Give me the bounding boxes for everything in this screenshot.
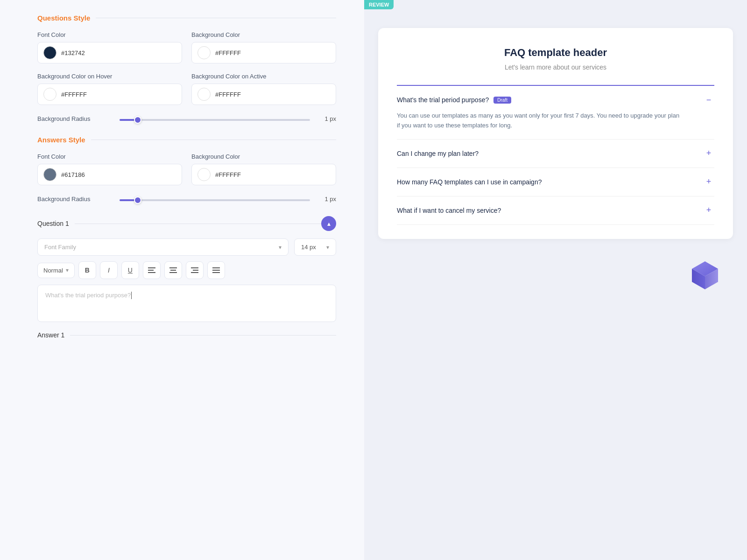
- faq-question-1: What's the trial period purpose? Draft: [397, 96, 511, 104]
- answer1-divider: [70, 335, 336, 336]
- answers-bg-color-input[interactable]: #FFFFFF: [191, 164, 336, 185]
- faq-item-4-header: What if I want to cancel my service? +: [397, 205, 714, 216]
- font-color-input[interactable]: #132742: [37, 42, 182, 63]
- bg-active-swatch: [197, 88, 211, 101]
- plus-icon-4: +: [706, 205, 712, 215]
- bold-button[interactable]: B: [78, 261, 96, 279]
- question1-header-row: Question 1 ▴: [37, 216, 336, 231]
- faq-question-3-text: How many FAQ templates can I use in camp…: [397, 178, 542, 186]
- svg-rect-7: [193, 270, 198, 271]
- faq-item-3: How many FAQ templates can I use in camp…: [397, 168, 714, 196]
- questions-style-label: Questions Style: [37, 14, 90, 22]
- faq-subtitle: Let's learn more about our services: [397, 63, 714, 71]
- faq-item-2: Can I change my plan later? +: [397, 140, 714, 168]
- text-cursor: [131, 292, 132, 299]
- question1-title: Question 1: [37, 220, 69, 227]
- faq-toggle-2[interactable]: +: [703, 148, 714, 159]
- faq-question-4: What if I want to cancel my service?: [397, 207, 501, 214]
- faq-toggle-4[interactable]: +: [703, 205, 714, 216]
- bg-color-swatch: [197, 46, 211, 59]
- cube-decoration: [378, 258, 733, 295]
- questions-bg-radius-slider[interactable]: [120, 119, 310, 121]
- bg-hover-field: Background Color on Hover #FFFFFF: [37, 73, 182, 105]
- font-family-select[interactable]: Font Family ▾: [37, 238, 289, 256]
- answers-color-row: Font Color #617186 Background Color #FFF…: [37, 153, 336, 185]
- svg-rect-5: [169, 272, 177, 273]
- svg-rect-6: [191, 267, 198, 268]
- faq-item-2-header: Can I change my plan later? +: [397, 148, 714, 159]
- faq-question-3: How many FAQ templates can I use in camp…: [397, 178, 542, 186]
- text-style-label: Normal: [43, 267, 63, 274]
- answers-font-color-input[interactable]: #617186: [37, 164, 182, 185]
- faq-item-1-header: What's the trial period purpose? Draft −: [397, 94, 714, 105]
- italic-button[interactable]: I: [100, 261, 118, 279]
- bg-active-input[interactable]: #FFFFFF: [191, 84, 336, 105]
- align-justify-icon: [212, 267, 220, 273]
- align-left-icon: [148, 267, 155, 273]
- text-style-chevron-icon: ▾: [66, 267, 69, 273]
- font-size-select[interactable]: 14 px ▾: [294, 238, 336, 256]
- bg-color-field: Background Color #FFFFFF: [191, 31, 336, 63]
- questions-bg-radius-label: Background Radius: [37, 115, 112, 122]
- answers-bg-color-field: Background Color #FFFFFF: [191, 153, 336, 185]
- bg-color-value: #FFFFFF: [215, 49, 241, 56]
- left-panel: Questions Style Font Color #132742 Backg…: [0, 0, 364, 560]
- svg-rect-1: [148, 270, 154, 271]
- align-justify-button[interactable]: [207, 261, 225, 279]
- align-left-button[interactable]: [143, 261, 161, 279]
- questions-color-row: Font Color #132742 Background Color #FFF…: [37, 31, 336, 63]
- questions-bg-radius-slider-wrapper: [120, 114, 310, 123]
- format-toolbar: Normal ▾ B I U: [37, 261, 336, 279]
- answers-bg-radius-slider[interactable]: [120, 199, 310, 201]
- plus-icon-3: +: [706, 177, 712, 187]
- bg-hover-swatch: [43, 88, 56, 101]
- bg-hover-input[interactable]: #FFFFFF: [37, 84, 182, 105]
- font-family-placeholder: Font Family: [44, 244, 76, 251]
- italic-icon: I: [108, 266, 110, 274]
- svg-rect-0: [148, 267, 155, 268]
- questions-bg-radius-row: Background Radius 1 px: [37, 114, 336, 123]
- bg-hover-label: Background Color on Hover: [37, 73, 182, 80]
- align-center-button[interactable]: [164, 261, 182, 279]
- answers-bg-radius-row: Background Radius 1 px: [37, 195, 336, 203]
- answers-bg-radius-value: 1 px: [317, 196, 336, 203]
- text-style-dropdown[interactable]: Normal ▾: [37, 263, 75, 278]
- font-size-value: 14 px: [301, 244, 316, 251]
- svg-rect-10: [212, 270, 220, 271]
- question1-placeholder: What's the trial period purpose?: [45, 292, 131, 299]
- answers-font-color-value: #617186: [61, 171, 85, 178]
- answers-bg-color-label: Background Color: [191, 153, 336, 160]
- answer1-title: Answer 1: [37, 331, 64, 339]
- question1-text-input[interactable]: What's the trial period purpose?: [37, 285, 336, 322]
- faq-question-4-text: What if I want to cancel my service?: [397, 207, 501, 214]
- review-badge: REVIEW: [364, 0, 394, 9]
- faq-toggle-3[interactable]: +: [703, 176, 714, 188]
- faq-title: FAQ template header: [397, 47, 714, 59]
- bg-color-input[interactable]: #FFFFFF: [191, 42, 336, 63]
- svg-rect-8: [191, 272, 198, 273]
- questions-bg-radius-value: 1 px: [317, 115, 336, 122]
- font-row: Font Family ▾ 14 px ▾: [37, 238, 336, 256]
- answers-bg-color-swatch: [197, 168, 211, 181]
- align-right-button[interactable]: [186, 261, 204, 279]
- question1-collapse-button[interactable]: ▴: [321, 216, 336, 231]
- bg-active-value: #FFFFFF: [215, 91, 241, 98]
- underline-button[interactable]: U: [121, 261, 139, 279]
- faq-preview-card: FAQ template header Let's learn more abo…: [378, 28, 733, 239]
- bg-color-label: Background Color: [191, 31, 336, 38]
- font-color-label: Font Color: [37, 31, 182, 38]
- font-color-value: #132742: [61, 49, 85, 56]
- answers-bg-color-value: #FFFFFF: [215, 171, 241, 178]
- chevron-up-icon: ▴: [327, 220, 331, 227]
- answers-bg-radius-label: Background Radius: [37, 196, 112, 203]
- question1-section: Question 1 ▴ Font Family ▾ 14 px ▾ Norma…: [37, 216, 336, 339]
- bg-active-field: Background Color on Active #FFFFFF: [191, 73, 336, 105]
- font-size-chevron-icon: ▾: [326, 244, 329, 251]
- faq-toggle-1[interactable]: −: [703, 94, 714, 105]
- faq-question-2-text: Can I change my plan later?: [397, 150, 479, 157]
- right-panel: REVIEW FAQ template header Let's learn m…: [364, 0, 747, 560]
- answer1-title-row: Answer 1: [37, 331, 336, 339]
- svg-rect-11: [212, 272, 220, 273]
- question1-title-line: Question 1: [37, 220, 321, 227]
- answers-font-color-field: Font Color #617186: [37, 153, 182, 185]
